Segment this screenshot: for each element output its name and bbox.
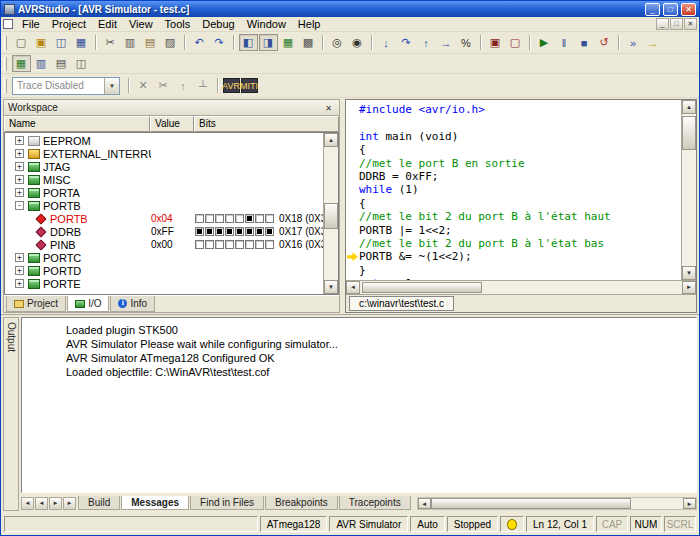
expand-icon[interactable]: + [15,149,24,158]
code-line-14[interactable]: return 1; [346,277,680,280]
pause-icon[interactable]: ‖ [555,34,574,51]
scroll-right-icon[interactable]: ► [682,281,696,294]
code-line-7[interactable]: while (1) [346,183,680,196]
tree-row-ddrb[interactable]: DDRB0xFF0X17 (0X37) [5,225,322,238]
bit-0-checkbox[interactable] [265,214,274,223]
scroll-down-icon[interactable]: ▼ [324,280,338,294]
expand-icon[interactable]: + [15,266,24,275]
output-panel-tab[interactable]: Output [3,317,19,511]
close-icon[interactable]: ✕ [322,102,335,114]
toggle-io-view-icon[interactable]: ▦ [279,34,298,51]
reset-icon[interactable]: ↺ [595,34,614,51]
bit-4-checkbox[interactable] [225,240,234,249]
device-select-icon[interactable]: ▦ [12,55,31,72]
mdi-restore-button[interactable]: □ [670,18,683,30]
io-window-icon[interactable]: ▥ [32,55,51,72]
editor-hscrollbar[interactable]: ◄ ► [346,280,696,294]
toggle-breakpoint-icon[interactable]: ▣ [486,34,505,51]
bit-3-checkbox[interactable] [235,214,244,223]
step-over-icon[interactable]: ↷ [397,34,416,51]
tree-row-portd[interactable]: +PORTD [5,264,322,277]
expand-icon[interactable]: + [15,175,24,184]
remove-breakpoints-icon[interactable]: ▢ [506,34,525,51]
bit-0-checkbox[interactable] [265,240,274,249]
expand-icon[interactable]: + [15,279,24,288]
trace-into-icon[interactable]: ↓ [377,34,396,51]
bit-7-checkbox[interactable] [195,214,204,223]
menu-file[interactable]: File [16,18,46,30]
tree-row-external-interrupt[interactable]: +EXTERNAL_INTERRUPT [5,147,322,160]
print-icon[interactable]: ▨ [161,34,180,51]
new-file-icon[interactable]: ▢ [12,34,31,51]
clear-trace-icon[interactable]: ✂ [154,77,173,94]
bit-3-checkbox[interactable] [235,227,244,236]
tree-row-pinb[interactable]: PINB0x000X16 (0X36) [5,238,322,251]
save-file-icon[interactable]: ◫ [52,34,71,51]
workspace-tab-i-o[interactable]: I/O [67,296,109,312]
code-line-5[interactable]: //met le port B en sortie [346,157,680,170]
collapse-icon[interactable]: - [15,201,24,210]
toggle-workspace-icon[interactable]: ◧ [239,34,258,51]
bit-1-checkbox[interactable] [255,227,264,236]
output-tab-tracepoints[interactable]: Tracepoints [339,496,411,510]
output-tab-breakpoints[interactable]: Breakpoints [265,496,338,510]
save-all-icon[interactable]: ▦ [72,34,91,51]
tree-row-portc[interactable]: +PORTC [5,251,322,264]
code-line-12[interactable]: PORTB &= ~(1<<2); [346,250,680,263]
undo-icon[interactable]: ↶ [190,34,209,51]
output-tab-build[interactable]: Build [78,496,120,510]
toolbar-grip[interactable] [4,57,7,71]
column-header-value[interactable]: Value [150,116,194,132]
code-line-2[interactable] [346,116,680,129]
output-messages[interactable]: Loaded plugin STK500AVR Simulator Please… [21,317,697,493]
scroll-thumb[interactable] [431,498,631,509]
output-tab-find-in-files[interactable]: Find in Files [190,496,264,510]
trace-up-icon[interactable]: ↑ [174,77,193,94]
code-line-10[interactable]: PORTB |= 1<<2; [346,224,680,237]
maximize-button[interactable]: □ [663,3,678,16]
scroll-left-icon[interactable]: ◄ [346,281,360,294]
chevron-down-icon[interactable]: ▼ [104,78,119,94]
menu-debug[interactable]: Debug [196,18,240,30]
scroll-track[interactable] [324,147,338,280]
code-editor[interactable]: #include <avr/io.h>int main (void){//met… [346,100,696,280]
menu-help[interactable]: Help [292,18,327,30]
expand-icon[interactable]: + [15,162,24,171]
menu-tools[interactable]: Tools [159,18,197,30]
stack-monitor-icon[interactable]: ┴ [194,77,213,94]
bit-7-checkbox[interactable] [195,240,204,249]
stop-icon[interactable]: ■ [575,34,594,51]
find-icon[interactable]: ◎ [328,34,347,51]
tree-row-jtag[interactable]: +JTAG [5,160,322,173]
bit-2-checkbox[interactable] [245,214,254,223]
bit-5-checkbox[interactable] [215,214,224,223]
tab-scroll-first-icon[interactable]: ◄ [21,497,34,510]
find-in-files-icon[interactable]: ◉ [348,34,367,51]
menu-window[interactable]: Window [241,18,292,30]
next-breakpoint-icon[interactable]: » [624,34,643,51]
tree-row-porte[interactable]: +PORTE [5,277,322,290]
scroll-left-icon[interactable]: ◄ [418,498,431,509]
toolbar-grip[interactable] [4,36,7,50]
scroll-up-icon[interactable]: ▲ [324,133,338,147]
mdi-minimize-button[interactable]: _ [656,18,669,30]
bit-1-checkbox[interactable] [255,214,264,223]
menu-view[interactable]: View [123,18,159,30]
code-line-3[interactable]: int main (void) [346,130,680,143]
avr-chip-badge-icon[interactable]: AVR [223,78,240,93]
code-line-9[interactable]: //met le bit 2 du port B à l'état haut [346,210,680,223]
bit-5-checkbox[interactable] [215,240,224,249]
bit-5-checkbox[interactable] [215,227,224,236]
scroll-thumb[interactable] [324,203,338,229]
close-trace-icon[interactable]: ✕ [134,77,153,94]
column-header-name[interactable]: Name [4,116,150,132]
bit-4-checkbox[interactable] [225,214,234,223]
output-hscrollbar[interactable]: ◄ ► [417,497,697,510]
workspace-header[interactable]: Workspace ✕ [4,100,339,116]
bit-0-checkbox[interactable] [265,227,274,236]
memory-window-icon[interactable]: ◫ [72,55,91,72]
bit-3-checkbox[interactable] [235,240,244,249]
tree-row-porta[interactable]: +PORTA [5,186,322,199]
column-header-bits[interactable]: Bits [194,116,339,132]
bit-6-checkbox[interactable] [205,227,214,236]
